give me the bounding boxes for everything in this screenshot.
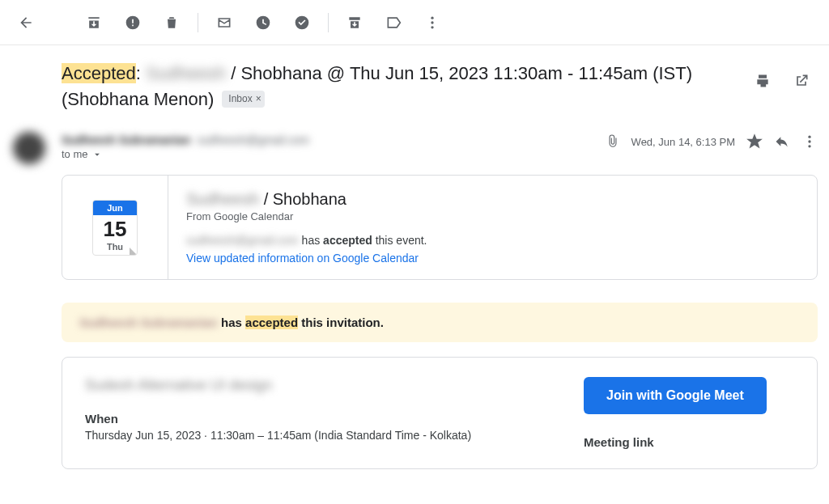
add-to-tasks-button[interactable] [286,6,318,39]
event-title-rest: / Shobhana [259,190,346,208]
subject-rest: / Shobhana @ Thu Jun 15, 2023 11:30am - … [231,63,692,83]
event-status-word: accepted [323,234,372,247]
svg-point-5 [808,146,810,148]
subject-redacted-name: Sudheesh [146,63,226,83]
more-button[interactable] [416,6,449,39]
svg-point-2 [431,26,433,28]
email-subject: Accepted: Sudheesh / Shobhana @ Thu Jun … [62,61,733,111]
banner-accepted-highlight: accepted [245,316,298,329]
calendar-summary-card: Jun 15 Thu Sudheesh / Shobhana From Goog… [62,175,818,280]
event-from: From Google Calendar [186,210,799,222]
mark-unread-button[interactable] [208,6,240,39]
acceptance-banner: Sudheesh Subramanian has accepted this i… [62,303,818,342]
label-chip-remove-icon[interactable]: × [256,92,261,105]
star-button[interactable] [746,133,763,150]
labels-button[interactable] [377,6,410,39]
view-on-calendar-link[interactable]: View updated information on Google Calen… [186,252,419,265]
when-label: When [85,412,551,426]
archive-button[interactable] [78,6,110,39]
snooze-button[interactable] [247,6,279,39]
reply-button[interactable] [774,133,790,150]
recipients-dropdown[interactable]: to me [62,148,606,160]
delete-button[interactable] [155,6,188,39]
label-chip-text: Inbox [228,92,252,105]
move-to-button[interactable] [338,6,371,39]
banner-who-redacted: Sudheesh Subramanian [79,316,218,329]
cal-day: 15 [93,215,137,242]
avatar [13,132,45,164]
event-status-line: sudheesh@gmail.com has accepted this eve… [186,234,799,247]
svg-point-3 [808,136,810,138]
back-button[interactable] [10,6,42,39]
toolbar-separator [198,13,198,32]
sender-name: Sudheesh Subramanian [62,133,190,146]
message-more-button[interactable] [801,133,818,150]
toolbar-separator [328,13,329,32]
svg-point-1 [431,21,433,23]
event-details-card: Sudesh Alternative UI design When Thursd… [62,357,818,469]
label-chip-inbox[interactable]: Inbox × [222,91,264,107]
chevron-down-icon [91,149,103,160]
sender-email: sudheesh@gmail.com [197,133,309,146]
svg-point-0 [431,16,433,19]
open-in-new-button[interactable] [785,65,818,97]
event-title: Sudheesh / Shobhana [186,190,799,209]
print-button[interactable] [746,65,779,97]
calendar-date-tile: Jun 15 Thu [92,200,138,256]
meeting-link-label: Meeting link [584,435,794,449]
cal-month: Jun [93,201,137,215]
event-who-redacted: sudheesh@gmail.com [186,234,299,247]
email-date: Wed, Jun 14, 6:13 PM [631,136,735,148]
svg-point-4 [808,141,810,143]
event-title-redacted: Sudheesh [186,190,259,208]
report-spam-button[interactable] [117,6,149,39]
when-value: Thursday Jun 15, 2023 · 11:30am – 11:45a… [85,427,551,443]
subject-line2: (Shobhana Menon) [62,87,214,112]
attachment-icon [606,134,620,149]
join-google-meet-button[interactable]: Join with Google Meet [584,377,767,414]
subject-status-highlight: Accepted [62,63,136,83]
event-card-title-redacted: Sudesh Alternative UI design [85,377,551,394]
to-text: to me [62,148,88,160]
